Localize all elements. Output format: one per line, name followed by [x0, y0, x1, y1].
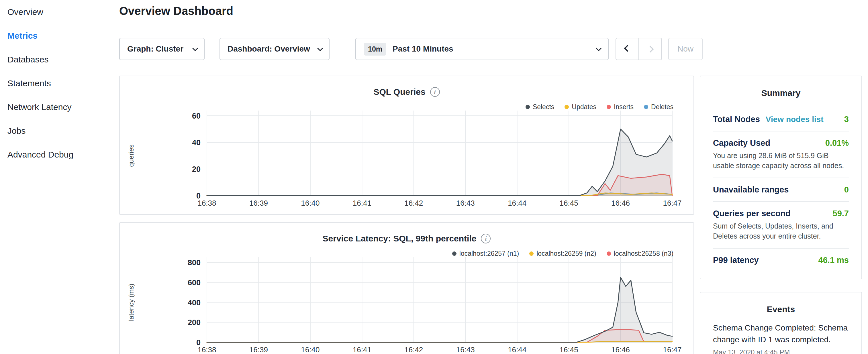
summary-value: 59.7 [833, 209, 849, 218]
event-timestamp: May 13, 2020 at 4:45 PM [713, 348, 849, 354]
sql-queries-plot: 020406016:3816:3916:4016:4116:4216:4316:… [120, 76, 694, 215]
view-nodes-link[interactable]: View nodes list [766, 115, 824, 124]
svg-text:latency (ms): latency (ms) [127, 284, 135, 321]
events-card: Events Schema Change Completed: Schema c… [700, 292, 862, 354]
sidebar-item-network-latency[interactable]: Network Latency [0, 95, 119, 119]
summary-value: 3 [844, 115, 849, 124]
summary-label: Unavailable ranges [713, 185, 788, 194]
summary-row-p99-latency: P99 latency 46.1 ms [713, 248, 849, 272]
summary-description: You are using 28.6 MiB of 515.9 GiB usab… [713, 151, 849, 171]
summary-title: Summary [713, 76, 849, 98]
sidebar-item-advanced-debug[interactable]: Advanced Debug [0, 142, 119, 166]
svg-text:400: 400 [188, 298, 200, 307]
summary-card: Summary Total Nodes View nodes list 3 Ca… [700, 75, 862, 279]
svg-text:40: 40 [192, 138, 200, 147]
svg-text:16:40: 16:40 [301, 199, 319, 207]
summary-label: Queries per second [713, 209, 790, 218]
svg-text:16:41: 16:41 [353, 345, 371, 354]
summary-row-total-nodes: Total Nodes View nodes list 3 [713, 108, 849, 131]
sidebar-item-jobs[interactable]: Jobs [0, 119, 119, 142]
chevron-right-icon [647, 45, 654, 53]
time-next-button[interactable] [639, 38, 662, 60]
svg-text:600: 600 [188, 279, 200, 287]
svg-text:16:45: 16:45 [560, 199, 578, 207]
time-range-selector[interactable]: 10m Past 10 Minutes [355, 38, 609, 60]
svg-text:60: 60 [192, 112, 200, 120]
graph-dropdown[interactable]: Graph: Cluster [119, 38, 205, 60]
chevron-down-icon [192, 45, 198, 51]
svg-text:16:44: 16:44 [508, 199, 526, 207]
controls-bar: Graph: Cluster Dashboard: Overview 10m P… [119, 38, 703, 60]
summary-row-unavailable-ranges: Unavailable ranges 0 [713, 178, 849, 201]
chevron-down-icon [596, 45, 601, 51]
summary-label: Total Nodes [713, 115, 760, 124]
sidebar-item-databases[interactable]: Databases [0, 47, 119, 71]
svg-text:16:47: 16:47 [663, 345, 681, 354]
time-prev-button[interactable] [616, 38, 639, 60]
event-item: Schema Change Completed: Schema change w… [713, 322, 849, 354]
svg-text:queries: queries [127, 144, 135, 167]
sql-queries-card: SQL Queries i SelectsUpdatesInsertsDelet… [119, 75, 694, 215]
time-range-badge: 10m [364, 43, 386, 56]
svg-text:800: 800 [188, 258, 200, 267]
svg-text:16:39: 16:39 [249, 199, 268, 207]
summary-label: P99 latency [713, 255, 759, 265]
dashboard-dropdown[interactable]: Dashboard: Overview [219, 38, 330, 60]
summary-value: 0.01% [825, 138, 849, 148]
sidebar-item-overview[interactable]: Overview [0, 0, 119, 24]
time-nav-buttons [616, 38, 662, 60]
event-message: Schema Change Completed: Schema change w… [713, 322, 849, 345]
summary-row-capacity-used: Capacity Used 0.01% You are using 28.6 M… [713, 131, 849, 178]
chevron-down-icon [317, 45, 323, 51]
now-button[interactable]: Now [668, 38, 703, 60]
summary-rows: Total Nodes View nodes list 3 Capacity U… [713, 108, 849, 272]
graph-dropdown-label: Graph: Cluster [127, 44, 183, 54]
svg-text:16:38: 16:38 [197, 199, 216, 207]
svg-text:16:43: 16:43 [456, 345, 475, 354]
svg-text:16:39: 16:39 [249, 345, 268, 354]
svg-text:16:41: 16:41 [353, 199, 371, 207]
sidebar: Overview Metrics Databases Statements Ne… [0, 0, 119, 354]
svg-text:20: 20 [192, 165, 200, 173]
svg-text:16:46: 16:46 [611, 345, 630, 354]
svg-text:16:46: 16:46 [611, 199, 630, 207]
svg-text:16:38: 16:38 [197, 345, 216, 354]
summary-row-queries-per-second: Queries per second 59.7 Sum of Selects, … [713, 201, 849, 248]
summary-value: 46.1 ms [818, 255, 849, 265]
svg-text:200: 200 [188, 318, 200, 327]
right-sidebar: Summary Total Nodes View nodes list 3 Ca… [700, 75, 862, 354]
sidebar-item-statements[interactable]: Statements [0, 71, 119, 95]
svg-text:16:45: 16:45 [560, 345, 578, 354]
service-latency-plot: 020040060080016:3816:3916:4016:4116:4216… [120, 223, 694, 354]
svg-text:16:43: 16:43 [456, 199, 475, 207]
svg-text:16:40: 16:40 [301, 345, 319, 354]
summary-label: Capacity Used [713, 138, 770, 148]
summary-value: 0 [844, 185, 849, 194]
service-latency-card: Service Latency: SQL, 99th percentile i … [119, 222, 694, 354]
svg-text:16:44: 16:44 [508, 345, 526, 354]
svg-text:16:42: 16:42 [404, 345, 423, 354]
events-title: Events [713, 292, 849, 314]
summary-description: Sum of Selects, Updates, Inserts, and De… [713, 221, 849, 241]
dashboard-dropdown-label: Dashboard: Overview [227, 44, 310, 54]
page-title: Overview Dashboard [119, 5, 233, 18]
svg-text:16:47: 16:47 [663, 199, 681, 207]
time-range-label: Past 10 Minutes [393, 44, 590, 54]
chevron-left-icon [624, 45, 631, 52]
svg-text:16:42: 16:42 [404, 199, 423, 207]
sidebar-item-metrics[interactable]: Metrics [0, 24, 119, 47]
